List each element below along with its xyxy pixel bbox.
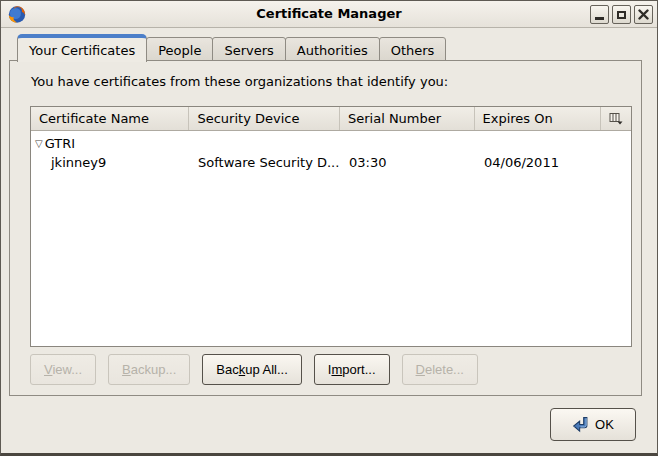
titlebar: Certificate Manager [1,1,657,28]
action-button-row: View... Backup... Backup All... Import..… [30,354,478,385]
column-picker-grid-icon [609,112,623,125]
ok-label: OK [595,417,614,432]
triangle-down-icon[interactable]: ▽ [35,139,43,149]
tab-others[interactable]: Others [379,37,447,61]
group-name: GTRI [45,136,75,151]
table-header: Certificate Name Security Device Serial … [31,107,631,131]
security-device-cell: Software Security D... [190,155,341,170]
certificate-manager-window: Certificate Manager Your Certificates Pe… [0,0,658,456]
intro-text: You have certificates from these organiz… [31,74,448,89]
window-controls [590,5,653,24]
serial-number-cell: 03:30 [341,155,476,170]
window-title: Certificate Manager [1,6,657,21]
delete-button[interactable]: Delete... [402,354,478,385]
tab-strip: Your Certificates People Servers Authori… [18,34,446,61]
maximize-icon [617,11,626,19]
column-header-certificate-name[interactable]: Certificate Name [31,107,189,130]
tree-row-certificate[interactable]: jkinney9 Software Security D... 03:30 04… [31,153,631,172]
expires-on-cell: 04/06/2011 [476,155,603,170]
column-header-expires-on[interactable]: Expires On [475,107,602,130]
tab-authorities[interactable]: Authorities [285,37,380,61]
tab-panel: You have certificates from these organiz… [9,60,642,396]
cert-name-cell: jkinney9 [31,155,190,170]
column-header-serial-number[interactable]: Serial Number [340,107,475,130]
minimize-icon [595,17,604,20]
enter-arrow-icon [572,416,589,433]
backup-all-button[interactable]: Backup All... [202,354,302,385]
backup-button[interactable]: Backup... [108,354,190,385]
minimize-button[interactable] [590,5,609,24]
tab-people[interactable]: People [146,37,213,61]
certificate-list: ▽ GTRI jkinney9 Software Security D... 0… [31,131,631,346]
column-picker-button[interactable] [601,107,631,130]
tab-servers[interactable]: Servers [212,37,285,61]
certificate-table: Certificate Name Security Device Serial … [30,106,632,347]
close-button[interactable] [634,5,653,24]
tab-your-certificates[interactable]: Your Certificates [17,34,147,62]
maximize-button[interactable] [612,5,631,24]
tree-row-group[interactable]: ▽ GTRI [31,134,631,153]
import-button[interactable]: Import... [314,354,390,385]
column-header-security-device[interactable]: Security Device [189,107,340,130]
view-button[interactable]: View... [30,354,96,385]
close-icon [638,9,649,20]
ok-button[interactable]: OK [550,408,636,441]
